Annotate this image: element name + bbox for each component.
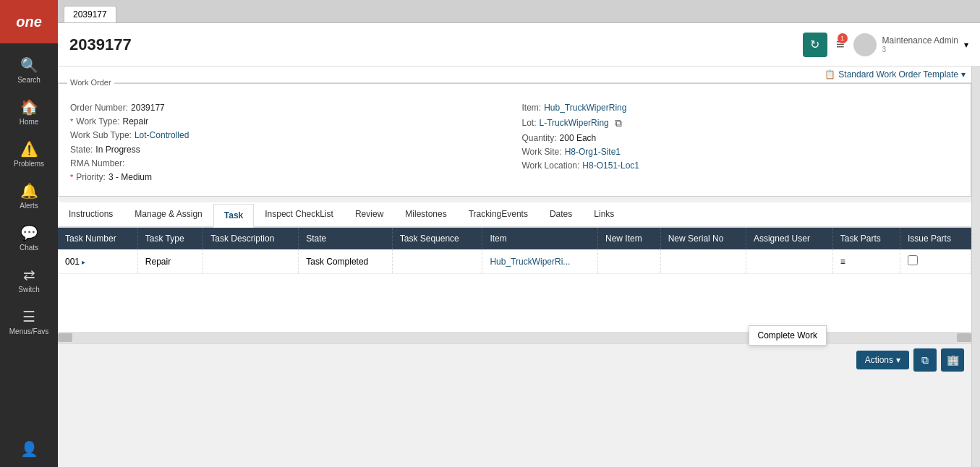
wo-work-sub-type: Work Sub Type: Lot-Controlled (70, 129, 508, 142)
sidebar-label-chats: Chats (20, 244, 38, 252)
cell-new-item (597, 249, 660, 274)
app-logo[interactable]: one (0, 0, 58, 43)
template-label: Standard Work Order Template (838, 69, 958, 80)
task-table-container: Task Number Task Type Task Description S… (58, 228, 971, 332)
sidebar-item-home[interactable]: 🏠 Home (0, 91, 58, 133)
copy-button[interactable]: ⧉ (913, 348, 937, 372)
table-header-row: Task Number Task Type Task Description S… (58, 228, 971, 249)
notification-badge: 1 (838, 33, 848, 43)
col-task-sequence: Task Sequence (392, 228, 482, 249)
sidebar: one 🔍 Search 🏠 Home ⚠️ Problems 🔔 Alerts… (0, 0, 58, 467)
template-button[interactable]: 📋 Standard Work Order Template ▾ (825, 69, 966, 80)
wo-quantity: Quantity: 200 Each (522, 132, 960, 145)
col-new-serial-no: New Serial No (660, 228, 746, 249)
user-sub: 3 (882, 46, 958, 53)
col-new-item: New Item (597, 228, 660, 249)
header-right: ↻ ≡ 1 Maintenance Admin 3 ▾ (803, 33, 968, 57)
menu-area: ≡ 1 (836, 36, 845, 53)
cell-assigned-user (746, 249, 832, 274)
col-state: State (299, 228, 393, 249)
col-task-type: Task Type (137, 228, 203, 249)
sidebar-item-alerts[interactable]: 🔔 Alerts (0, 175, 58, 217)
wo-order-number: Order Number: 2039177 (70, 101, 508, 115)
cell-task-description (203, 249, 299, 274)
tab-links[interactable]: Links (583, 202, 625, 226)
sidebar-label-home: Home (20, 118, 39, 126)
cell-task-sequence (392, 249, 482, 274)
cell-issue-parts[interactable] (900, 249, 971, 274)
task-indicator: ▸ (82, 258, 85, 266)
cell-task-parts[interactable]: ≡ (832, 249, 900, 274)
col-task-parts: Task Parts (832, 228, 900, 249)
menus-icon: ☰ (22, 308, 35, 325)
refresh-button[interactable]: ↻ (803, 33, 827, 57)
avatar (853, 33, 877, 56)
complete-work-tooltip: Complete Work (749, 325, 827, 346)
copy-action-icon: ⧉ (921, 354, 929, 367)
template-icon: 📋 (825, 69, 835, 80)
main-body: 📋 Standard Work Order Template ▾ Work Or… (58, 67, 980, 467)
sidebar-item-problems[interactable]: ⚠️ Problems (0, 133, 58, 175)
alerts-icon: 🔔 (20, 182, 38, 200)
sidebar-item-menus[interactable]: ☰ Menus/Favs (0, 301, 58, 343)
sidebar-item-search[interactable]: 🔍 Search (0, 49, 58, 91)
sidebar-item-user[interactable]: 👤 (0, 433, 58, 467)
cell-new-serial-no (660, 249, 746, 274)
col-task-number: Task Number (58, 228, 137, 249)
actions-button[interactable]: Actions ▾ (856, 351, 909, 369)
bottom-bar: Complete Work Actions ▾ ⧉ 🏢 (58, 343, 971, 376)
tab-tracking-events[interactable]: TrackingEvents (458, 202, 539, 226)
user-dropdown-button[interactable]: ▾ (964, 40, 968, 50)
work-order-left: Order Number: 2039177 * Work Type: Repai… (70, 101, 508, 184)
work-order-grid: Order Number: 2039177 * Work Type: Repai… (70, 101, 959, 184)
wo-lot: Lot: L-TruckWiperRing ⧉ (522, 115, 960, 131)
org-button[interactable]: 🏢 (941, 348, 964, 372)
col-assigned-user: Assigned User (746, 228, 832, 249)
problems-icon: ⚠️ (20, 140, 38, 158)
tab-task[interactable]: Task (213, 204, 254, 228)
hscroll-left[interactable] (58, 333, 72, 342)
actions-dropdown-icon: ▾ (896, 355, 900, 365)
cell-task-number: 001 ▸ (58, 249, 137, 274)
logo-text: one (16, 14, 42, 30)
table-row[interactable]: 001 ▸ Repair Task Completed (58, 249, 971, 274)
search-icon: 🔍 (20, 56, 38, 74)
wo-state: State: In Progress (70, 143, 508, 157)
tab-inspect-checklist[interactable]: Inspect CheckList (254, 202, 344, 226)
work-order-section-title: Work Order (67, 78, 114, 87)
tab-manage-assign[interactable]: Manage & Assign (124, 202, 213, 226)
tab-dates[interactable]: Dates (539, 202, 583, 226)
top-tab-2039177[interactable]: 2039177 (64, 6, 116, 22)
wo-priority: * Priority: 3 - Medium (70, 171, 508, 184)
tabs-bar: Instructions Manage & Assign Task Inspec… (58, 202, 971, 228)
template-bar: 📋 Standard Work Order Template ▾ (58, 67, 971, 83)
wo-work-type: * Work Type: Repair (70, 115, 508, 129)
user-info: Maintenance Admin 3 (882, 35, 958, 53)
template-dropdown-icon: ▾ (961, 69, 966, 80)
user-icon: 👤 (20, 440, 38, 458)
work-order-card: Work Order Order Number: 2039177 * Work … (58, 83, 971, 197)
tab-instructions[interactable]: Instructions (58, 202, 124, 226)
task-parts-icon[interactable]: ≡ (840, 257, 845, 267)
tab-review[interactable]: Review (344, 202, 394, 226)
sidebar-label-menus: Menus/Favs (9, 327, 48, 335)
tab-milestones[interactable]: Milestones (394, 202, 457, 226)
cell-item[interactable]: Hub_TruckWiperRi... (482, 249, 598, 274)
task-table: Task Number Task Type Task Description S… (58, 228, 971, 274)
wo-rma: RMA Number: (70, 157, 508, 171)
sidebar-label-problems: Problems (14, 160, 44, 168)
org-action-icon: 🏢 (947, 354, 959, 366)
wo-work-site: Work Site: H8-Org1-Site1 (522, 145, 960, 159)
issue-parts-checkbox[interactable] (908, 255, 918, 265)
copy-lot-icon[interactable]: ⧉ (615, 115, 622, 131)
switch-icon: ⇄ (23, 266, 35, 283)
hscroll-bar[interactable] (58, 332, 971, 343)
sidebar-label-search: Search (17, 76, 41, 84)
vertical-scrollbar[interactable] (971, 67, 980, 467)
user-name: Maintenance Admin (882, 35, 958, 46)
main-area: 2039177 2039177 ↻ ≡ 1 Maintenance Admin … (58, 0, 980, 467)
sidebar-item-switch[interactable]: ⇄ Switch (0, 259, 58, 301)
cell-task-type: Repair (137, 249, 203, 274)
hscroll-right[interactable] (957, 333, 971, 342)
sidebar-item-chats[interactable]: 💬 Chats (0, 217, 58, 259)
